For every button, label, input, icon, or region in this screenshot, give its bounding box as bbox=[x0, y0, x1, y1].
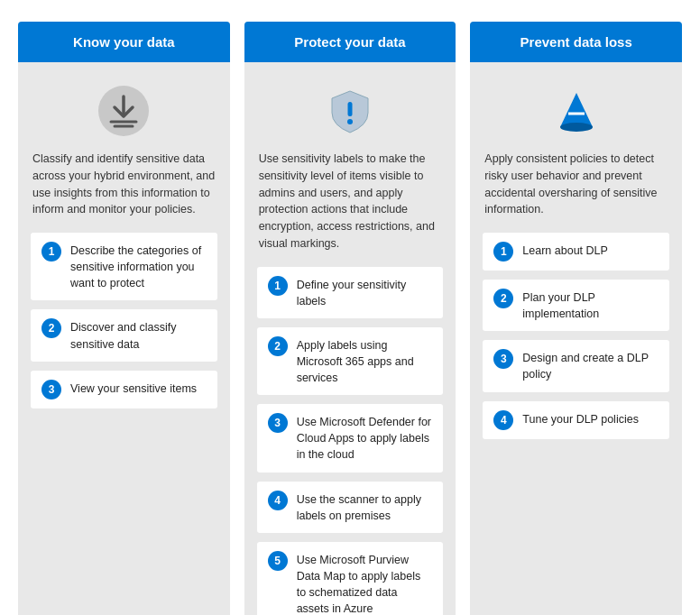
step-text-prevent-data-loss-4: Tune your DLP policies bbox=[522, 410, 639, 427]
icon-area-know-your-data bbox=[31, 77, 217, 142]
step-text-protect-your-data-3: Use Microsoft Defender for Cloud Apps to… bbox=[297, 413, 433, 463]
step-text-protect-your-data-1: Define your sensitivity labels bbox=[297, 276, 433, 309]
description-prevent-data-loss: Apply consistent policies to detect risk… bbox=[483, 151, 669, 224]
step-number-prevent-data-loss-1: 1 bbox=[493, 242, 513, 262]
step-text-prevent-data-loss-1: Learn about DLP bbox=[522, 242, 608, 259]
step-number-know-your-data-3: 3 bbox=[41, 380, 61, 399]
step-text-know-your-data-3: View your sensitive items bbox=[70, 380, 197, 397]
body-know-your-data: Classify and identify sensitive data acr… bbox=[18, 62, 230, 615]
step-number-protect-your-data-2: 2 bbox=[268, 336, 288, 356]
step-item-protect-your-data-2[interactable]: 2Apply labels using Microsoft 365 apps a… bbox=[257, 327, 444, 395]
svg-point-5 bbox=[347, 119, 353, 124]
step-number-protect-your-data-3: 3 bbox=[268, 413, 288, 433]
step-number-know-your-data-1: 1 bbox=[41, 242, 61, 262]
icon-area-protect-your-data bbox=[257, 77, 444, 142]
column-know-your-data: Know your data Classify and identify sen… bbox=[18, 22, 230, 615]
step-item-protect-your-data-4[interactable]: 4Use the scanner to apply labels on prem… bbox=[257, 482, 444, 533]
data-icon bbox=[97, 84, 151, 138]
step-number-protect-your-data-1: 1 bbox=[268, 276, 288, 296]
header-protect-your-data: Protect your data bbox=[244, 22, 456, 62]
step-item-know-your-data-1[interactable]: 1Describe the categories of sensitive in… bbox=[31, 233, 217, 300]
step-item-prevent-data-loss-2[interactable]: 2Plan your DLP implementation bbox=[483, 280, 669, 331]
step-item-prevent-data-loss-1[interactable]: 1Learn about DLP bbox=[483, 233, 669, 271]
step-item-protect-your-data-5[interactable]: 5Use Microsoft Purview Data Map to apply… bbox=[257, 542, 444, 615]
step-number-prevent-data-loss-3: 3 bbox=[493, 349, 513, 369]
step-item-protect-your-data-1[interactable]: 1Define your sensitivity labels bbox=[257, 267, 444, 318]
step-text-prevent-data-loss-3: Design and create a DLP policy bbox=[522, 349, 659, 382]
step-text-protect-your-data-4: Use the scanner to apply labels on premi… bbox=[297, 491, 433, 524]
step-number-protect-your-data-5: 5 bbox=[268, 551, 288, 571]
step-item-protect-your-data-3[interactable]: 3Use Microsoft Defender for Cloud Apps t… bbox=[257, 404, 444, 472]
step-number-protect-your-data-4: 4 bbox=[268, 491, 288, 510]
step-number-prevent-data-loss-4: 4 bbox=[493, 410, 513, 430]
page-wrapper: Know your data Classify and identify sen… bbox=[0, 0, 700, 615]
step-item-know-your-data-2[interactable]: 2Discover and classify sensitive data bbox=[31, 309, 217, 361]
description-know-your-data: Classify and identify sensitive data acr… bbox=[31, 151, 217, 224]
svg-rect-4 bbox=[348, 102, 353, 116]
step-item-prevent-data-loss-4[interactable]: 4Tune your DLP policies bbox=[483, 401, 669, 439]
header-know-your-data: Know your data bbox=[18, 22, 230, 62]
step-text-know-your-data-2: Discover and classify sensitive data bbox=[70, 318, 207, 352]
shield-icon bbox=[323, 84, 377, 138]
step-item-prevent-data-loss-3[interactable]: 3Design and create a DLP policy bbox=[483, 340, 669, 391]
step-number-prevent-data-loss-2: 2 bbox=[493, 289, 513, 308]
step-text-protect-your-data-2: Apply labels using Microsoft 365 apps an… bbox=[297, 336, 433, 386]
step-item-know-your-data-3[interactable]: 3View your sensitive items bbox=[31, 371, 217, 408]
step-text-know-your-data-1: Describe the categories of sensitive inf… bbox=[70, 242, 207, 291]
step-text-prevent-data-loss-2: Plan your DLP implementation bbox=[522, 289, 659, 322]
column-prevent-data-loss: Prevent data loss Apply consistent polic… bbox=[470, 22, 682, 615]
header-prevent-data-loss: Prevent data loss bbox=[470, 22, 682, 62]
icon-area-prevent-data-loss bbox=[483, 77, 669, 142]
body-protect-your-data: Use sensitivity labels to make the sensi… bbox=[244, 62, 456, 615]
description-protect-your-data: Use sensitivity labels to make the sensi… bbox=[257, 151, 444, 258]
cone-icon bbox=[549, 84, 603, 138]
svg-marker-6 bbox=[560, 93, 593, 127]
svg-point-8 bbox=[560, 123, 593, 132]
body-prevent-data-loss: Apply consistent policies to detect risk… bbox=[470, 62, 682, 615]
step-text-protect-your-data-5: Use Microsoft Purview Data Map to apply … bbox=[297, 551, 433, 615]
step-number-know-your-data-2: 2 bbox=[41, 318, 61, 338]
column-protect-your-data: Protect your data Use sensitivity labels… bbox=[244, 22, 456, 615]
